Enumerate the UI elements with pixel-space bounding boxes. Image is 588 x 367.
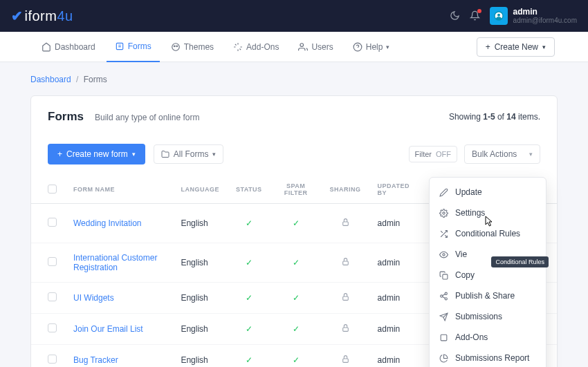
cell-updated-by: admin	[369, 314, 424, 345]
breadcrumb-separator: /	[76, 75, 78, 84]
cell-updated-by: admin	[369, 243, 424, 283]
svg-line-15	[441, 231, 443, 233]
col-sharing[interactable]: SHARING	[322, 176, 369, 204]
logo-check-icon: ✔	[11, 8, 24, 24]
lock-icon	[341, 294, 350, 303]
cell-language: English	[172, 314, 228, 345]
puzzle-icon	[439, 333, 448, 342]
dropdown-submissions[interactable]: Submissions	[430, 306, 546, 327]
chevron-down-icon: ▾	[212, 151, 216, 158]
col-language[interactable]: LANGUAGE	[172, 176, 228, 204]
all-forms-filter[interactable]: All Forms ▾	[154, 144, 224, 164]
svg-point-2	[172, 43, 179, 50]
page-subtitle: Build any type of online form	[95, 113, 199, 122]
dropdown-update[interactable]: Update	[430, 182, 546, 203]
col-form-name[interactable]: FORM NAME	[65, 176, 172, 204]
chevron-down-icon: ▾	[386, 44, 389, 50]
lock-icon	[341, 258, 350, 268]
copy-icon	[439, 271, 448, 280]
chevron-down-icon: ▾	[529, 151, 533, 158]
svg-rect-17	[443, 274, 448, 279]
form-name-link[interactable]: Bug Tracker	[73, 355, 118, 365]
user-email: admin@iform4u.com	[513, 17, 577, 25]
form-name-link[interactable]: UI Widgets	[73, 293, 114, 303]
form-name-link[interactable]: International Customer Registration	[73, 253, 157, 272]
dropdown-report[interactable]: Submissions Report	[430, 348, 546, 367]
share-icon	[439, 292, 448, 301]
showing-text: Showing 1-5 of 14 items.	[449, 112, 540, 122]
form-name-link[interactable]: Join Our Email List	[73, 324, 143, 334]
actions-dropdown: Update Settings Conditional Rules Vie Co…	[429, 177, 546, 367]
dropdown-copy[interactable]: Copy	[430, 265, 546, 285]
row-checkbox[interactable]	[48, 257, 57, 266]
breadcrumb-current: Forms	[84, 75, 107, 84]
select-all-checkbox[interactable]	[48, 185, 57, 194]
nav-addons[interactable]: Add-Ons	[225, 32, 287, 62]
svg-rect-8	[342, 261, 348, 265]
lock-icon	[341, 219, 350, 229]
create-form-button[interactable]: + Create new form ▾	[48, 144, 145, 164]
plus-icon: +	[486, 42, 490, 52]
status-check-icon: ✓	[246, 293, 252, 303]
notifications-icon[interactable]	[470, 10, 480, 21]
theme-toggle-icon[interactable]	[450, 10, 460, 21]
nav-forms[interactable]: Forms	[107, 32, 160, 62]
logo[interactable]: ✔ iform4u	[11, 8, 73, 24]
spam-check-icon: ✓	[293, 218, 300, 228]
status-check-icon: ✓	[246, 324, 252, 334]
svg-rect-25	[441, 335, 447, 341]
chevron-down-icon: ▾	[542, 44, 546, 50]
folder-icon	[161, 150, 169, 158]
notification-dot	[477, 9, 481, 13]
send-icon	[439, 312, 448, 321]
create-new-button[interactable]: + Create New ▾	[477, 37, 555, 57]
nav-themes[interactable]: Themes	[163, 32, 222, 62]
cell-updated-by: admin	[369, 283, 424, 314]
user-menu[interactable]: admin admin@iform4u.com	[490, 7, 577, 25]
cell-language: English	[172, 283, 228, 314]
row-checkbox[interactable]	[48, 355, 57, 364]
filter-toggle[interactable]: Filter OFF	[409, 146, 457, 162]
nav-users[interactable]: Users	[290, 32, 341, 62]
cursor-icon	[485, 216, 495, 228]
cell-language: English	[172, 243, 228, 283]
nav-dashboard[interactable]: Dashboard	[33, 32, 104, 62]
svg-line-21	[443, 297, 445, 298]
topbar: ✔ iform4u admin admin@iform4u.com	[0, 0, 588, 32]
row-checkbox[interactable]	[48, 218, 57, 227]
tooltip: Conditional Rules	[491, 256, 549, 267]
svg-point-19	[441, 294, 443, 297]
form-name-link[interactable]: Wedding Invitation	[73, 218, 142, 228]
user-name: admin	[513, 7, 577, 17]
plus-icon: +	[57, 149, 62, 159]
avatar	[490, 7, 508, 25]
cell-language: English	[172, 345, 228, 368]
svg-point-12	[443, 211, 445, 214]
svg-rect-7	[342, 222, 348, 225]
spam-check-icon: ✓	[293, 355, 300, 365]
row-checkbox[interactable]	[48, 292, 57, 301]
col-updated-by[interactable]: UPDATED BY	[369, 176, 424, 204]
col-spam-filter[interactable]: SPAM FILTER	[270, 176, 322, 204]
cell-language: English	[172, 204, 228, 243]
lock-icon	[341, 356, 350, 366]
dropdown-view[interactable]: Vie Conditional Rules	[430, 244, 546, 265]
chevron-down-icon: ▾	[132, 151, 136, 158]
nav-help[interactable]: Help▾	[344, 32, 398, 62]
dropdown-addons[interactable]: Add-Ons	[430, 327, 546, 348]
pencil-icon	[439, 188, 448, 197]
col-status[interactable]: STATUS	[228, 176, 270, 204]
bulk-actions-select[interactable]: Bulk Actions ▾	[464, 144, 540, 164]
status-check-icon: ✓	[246, 355, 252, 365]
spam-check-icon: ✓	[293, 293, 300, 303]
navbar: Dashboard Forms Themes Add-Ons Users Hel…	[0, 32, 588, 62]
logo-text-prefix: iform	[25, 8, 57, 24]
row-checkbox[interactable]	[48, 323, 57, 332]
lock-icon	[341, 325, 350, 335]
cell-updated-by: admin	[369, 345, 424, 368]
eye-icon	[439, 250, 448, 259]
breadcrumb-dashboard[interactable]: Dashboard	[30, 75, 71, 84]
dropdown-publish[interactable]: Publish & Share	[430, 285, 546, 306]
svg-point-16	[443, 253, 445, 255]
svg-point-20	[445, 297, 447, 299]
